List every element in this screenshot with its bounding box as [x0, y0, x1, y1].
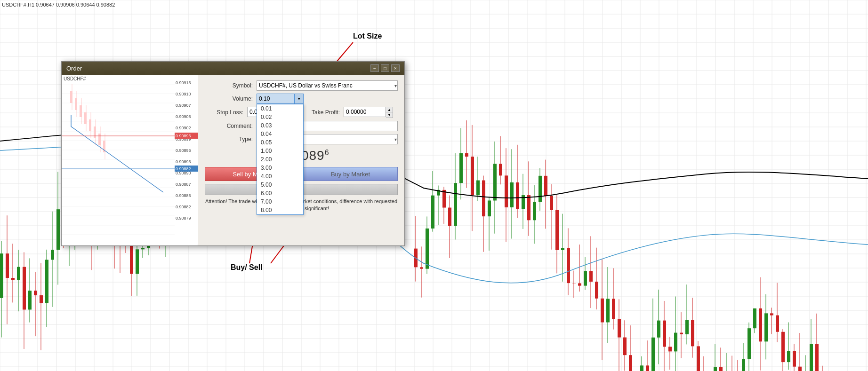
symbol-row: Symbol: USDCHF#, US Dollar vs Swiss Fran…: [205, 80, 398, 91]
volume-option-001[interactable]: 0.01: [257, 104, 303, 113]
modal-body: Symbol: USDCHF#, US Dollar vs Swiss Fran…: [62, 75, 404, 245]
volume-option-800[interactable]: 8.00: [257, 206, 303, 214]
take-profit-spinners: ▲ ▼: [386, 107, 393, 118]
volume-option-002[interactable]: 0.02: [257, 113, 303, 121]
minimize-button[interactable]: −: [370, 64, 379, 72]
volume-dropdown-button[interactable]: ▾: [294, 94, 304, 104]
volume-option-700[interactable]: 7.00: [257, 197, 303, 206]
volume-row: Volume: ▾ 0.01 0.02 0.03 0.04 0.05 1.00: [205, 94, 398, 104]
take-profit-label: Take Profit:: [301, 109, 344, 116]
volume-label: Volume:: [205, 95, 257, 102]
volume-input[interactable]: [257, 94, 294, 104]
volume-option-200[interactable]: 2.00: [257, 155, 303, 164]
form-panel: Symbol: USDCHF#, US Dollar vs Swiss Fran…: [198, 75, 404, 245]
take-profit-down[interactable]: ▼: [386, 112, 393, 118]
symbol-select-wrapper: USDCHF#, US Dollar vs Swiss Franc ▾: [257, 80, 398, 91]
stop-loss-label: Stop Loss:: [205, 109, 247, 116]
volume-option-400[interactable]: 4.00: [257, 172, 303, 181]
volume-option-300[interactable]: 3.00: [257, 164, 303, 172]
volume-option-100[interactable]: 1.00: [257, 147, 303, 155]
symbol-label: Symbol:: [205, 82, 257, 89]
chart-panel: [62, 75, 198, 245]
volume-container: ▾ 0.01 0.02 0.03 0.04 0.05 1.00 2.00 3.0…: [257, 94, 398, 104]
take-profit-input-group: ▲ ▼: [344, 107, 393, 118]
order-dialog: Order − □ × Symbol: USDCHF#, US Dollar v…: [61, 61, 405, 246]
modal-controls: − □ ×: [370, 64, 400, 72]
modal-titlebar: Order − □ ×: [62, 62, 404, 75]
take-profit-section: Take Profit: ▲ ▼: [301, 107, 393, 118]
volume-option-500[interactable]: 5.00: [257, 181, 303, 189]
volume-option-003[interactable]: 0.03: [257, 121, 303, 130]
price-suffix: 6: [325, 149, 330, 157]
volume-input-row: ▾: [257, 94, 398, 104]
volume-option-005[interactable]: 0.05: [257, 138, 303, 147]
annotation-buy-sell: Buy/ Sell: [231, 263, 263, 272]
buy-by-market-button[interactable]: Buy by Market: [303, 167, 398, 181]
take-profit-input[interactable]: [344, 107, 386, 117]
annotation-lot-size: Lot Size: [353, 32, 382, 40]
symbol-select[interactable]: USDCHF#, US Dollar vs Swiss Franc: [257, 80, 398, 91]
comment-label: Comment:: [205, 123, 257, 129]
volume-dropdown: 0.01 0.02 0.03 0.04 0.05 1.00 2.00 3.00 …: [257, 104, 304, 215]
modal-title: Order: [66, 65, 82, 72]
close-button[interactable]: ×: [391, 64, 400, 72]
volume-option-600[interactable]: 6.00: [257, 189, 303, 197]
volume-option-004[interactable]: 0.04: [257, 130, 303, 138]
mini-chart-canvas: [62, 75, 198, 244]
type-label: Type:: [205, 136, 257, 142]
take-profit-up[interactable]: ▲: [386, 107, 393, 112]
chart-header: USDCHF#,H1 0.90647 0.90906 0.90644 0.908…: [2, 2, 115, 8]
maximize-button[interactable]: □: [381, 64, 389, 72]
